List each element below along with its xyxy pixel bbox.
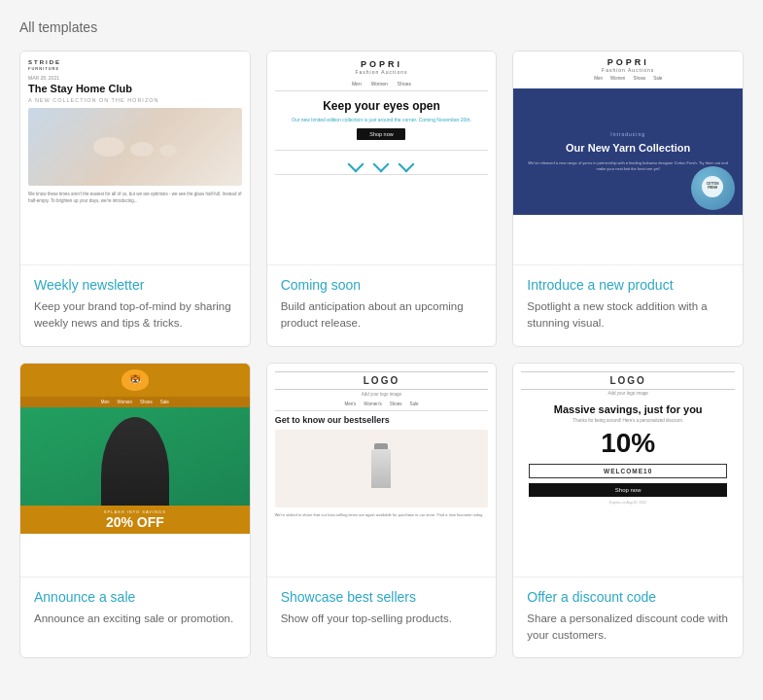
card-desc-coming-soon: Build anticipation about an upcoming pro…: [281, 298, 483, 332]
t1-body: We know these times aren't the easiest f…: [28, 191, 242, 204]
template-card-discount-code[interactable]: LOGO Add your logo image Massive savings…: [512, 363, 744, 659]
t2-logo-sub: Fashion Auctions: [275, 69, 489, 75]
template-card-coming-soon[interactable]: POPRI Fashion Auctions Men Women Shoes K…: [266, 51, 498, 347]
t6-logo: LOGO: [521, 371, 735, 390]
templates-grid: STRIDE FURNITURE MAR 28, 2021 The Stay H…: [19, 51, 744, 658]
template-content-weekly: STRIDE FURNITURE MAR 28, 2021 The Stay H…: [20, 52, 250, 212]
t1-heading: The Stay Home Club: [28, 83, 242, 94]
t5-header: LOGO Add your logo image: [275, 371, 489, 397]
card-desc-weekly: Keep your brand top-of-mind by sharing w…: [34, 298, 236, 332]
template-content-introduce-product: POPRI Fashion Auctions Men Women Shoes S…: [513, 52, 743, 215]
t6-footer: Expires on Aug 30, 2022: [521, 501, 735, 505]
template-content-discount: LOGO Add your logo image Massive savings…: [513, 364, 743, 512]
bowl-medium: [130, 142, 154, 157]
t1-image: [28, 108, 242, 186]
arrow-icon-1: [348, 157, 364, 173]
t1-date: MAR 28, 2021: [28, 75, 242, 81]
template-card-announce-sale[interactable]: 🐯 Men Women Shoes Sale SPLASH INTO SAVIN…: [19, 363, 251, 659]
t4-logo-icon: 🐯: [121, 369, 149, 391]
t5-nav: Men's Women's Shoes Sale: [275, 402, 489, 406]
t2-header: POPRI Fashion Auctions: [275, 59, 489, 75]
t3-hero: Introducing Our New Yarn Collection We'v…: [513, 88, 743, 215]
template-preview-coming-soon: POPRI Fashion Auctions Men Women Shoes K…: [267, 52, 497, 265]
t6-code-box: WELCOME10: [529, 464, 727, 478]
t2-arrows: [275, 155, 489, 170]
card-info-showcase: Showcase best sellers Show off your top-…: [267, 578, 497, 641]
t1-logo: STRIDE FURNITURE: [28, 59, 242, 71]
template-card-weekly-newsletter[interactable]: STRIDE FURNITURE MAR 28, 2021 The Stay H…: [19, 51, 251, 347]
card-title-announce-sale: Announce a sale: [34, 589, 236, 605]
cotton-fresh-badge: COTTONFRESH: [702, 176, 723, 197]
t1-subheading: A NEW COLLECTION ON THE HORIZON: [28, 97, 242, 103]
arrow-icon-3: [399, 157, 415, 173]
template-preview-weekly-newsletter: STRIDE FURNITURE MAR 28, 2021 The Stay H…: [20, 52, 250, 265]
t6-shop-btn: Shop now: [529, 483, 727, 497]
card-desc-showcase: Show off your top-selling products.: [281, 611, 483, 627]
t6-subtitle: Thanks for being around! Here's a person…: [521, 418, 735, 423]
card-info-announce-sale: Announce a sale Announce an exciting sal…: [20, 578, 250, 641]
card-title-coming-soon: Coming soon: [281, 277, 483, 293]
t5-divider: [275, 410, 489, 411]
template-preview-showcase: LOGO Add your logo image Men's Women's S…: [267, 364, 497, 578]
perfume-bottle: [371, 449, 391, 488]
perfume-container: [371, 449, 391, 488]
t2-main-title: Keep your eyes open: [275, 99, 489, 113]
t6-logo-sub: Add your logo image: [521, 391, 735, 396]
page-title: All templates: [19, 19, 744, 35]
bowls: [93, 137, 177, 157]
template-preview-announce-sale: 🐯 Men Women Shoes Sale SPLASH INTO SAVIN…: [20, 364, 250, 578]
t5-logo-sub: Add your logo image: [275, 392, 489, 397]
t3-logo: POPRI: [521, 57, 735, 67]
card-desc-discount: Share a personalized discount code with …: [527, 611, 729, 645]
card-desc-introduce-product: Spotlight a new stock addition with a st…: [527, 298, 729, 332]
card-info-discount: Offer a discount code Share a personaliz…: [513, 578, 743, 658]
template-preview-discount: LOGO Add your logo image Massive savings…: [513, 364, 743, 578]
card-title-showcase: Showcase best sellers: [281, 589, 483, 605]
t2-shop-btn: Shop now: [357, 128, 405, 140]
card-info-weekly: Weekly newsletter Keep your brand top-of…: [20, 265, 250, 346]
t3-introducing: Introducing: [610, 131, 645, 137]
t6-discount-value: 10%: [521, 428, 735, 459]
template-content-announce-sale: 🐯 Men Women Shoes Sale SPLASH INTO SAVIN…: [20, 364, 250, 534]
card-desc-announce-sale: Announce an exciting sale or promotion.: [34, 611, 236, 627]
arrow-icon-2: [373, 157, 390, 173]
t3-logo-sub: Fashion Auctions: [521, 67, 735, 73]
t4-sale-value: 20% OFF: [20, 514, 250, 530]
card-title-introduce-product: Introduce a new product: [527, 277, 729, 293]
t4-sale-banner: SPLASH INTO SAVINGS 20% OFF: [20, 506, 250, 534]
t5-section-title: Get to know our bestsellers: [275, 415, 489, 425]
t3-nav: Men Women Shoes Sale: [521, 76, 735, 81]
t5-product-image: [275, 430, 489, 508]
t5-body: We're stoked to share that our best-sell…: [275, 512, 489, 518]
template-content-coming-soon: POPRI Fashion Auctions Men Women Shoes K…: [267, 52, 497, 187]
t3-hero-title: Our New Yarn Collection: [556, 141, 700, 155]
card-title-weekly: Weekly newsletter: [34, 277, 236, 293]
t6-header: LOGO Add your logo image: [521, 371, 735, 396]
t5-logo: LOGO: [275, 371, 489, 390]
template-preview-introduce-product: POPRI Fashion Auctions Men Women Shoes S…: [513, 52, 743, 265]
t4-hero: SPLASH INTO SAVINGS 20% OFF: [20, 407, 250, 534]
t3-header: POPRI Fashion Auctions Men Women Shoes S…: [513, 52, 743, 88]
t2-divider2: [275, 150, 489, 151]
template-card-introduce-product[interactable]: POPRI Fashion Auctions Men Women Shoes S…: [512, 51, 744, 347]
bowl-large: [93, 137, 124, 157]
t4-nav: Men Women Shoes Sale: [20, 397, 250, 407]
t4-logo-area: 🐯: [20, 364, 250, 397]
t2-divider: [275, 90, 489, 91]
template-content-showcase: LOGO Add your logo image Men's Women's S…: [267, 364, 497, 526]
t2-logo: POPRI: [275, 59, 489, 69]
template-card-showcase-bestsellers[interactable]: LOGO Add your logo image Men's Women's S…: [266, 363, 498, 659]
bowl-small: [159, 145, 177, 157]
card-info-introduce-product: Introduce a new product Spotlight a new …: [513, 265, 743, 346]
perfume-cap: [374, 443, 388, 449]
card-title-discount: Offer a discount code: [527, 589, 729, 605]
t2-divider3: [275, 174, 489, 175]
t2-subtitle: Our new limited edition collection is ju…: [275, 117, 489, 122]
card-info-coming-soon: Coming soon Build anticipation about an …: [267, 265, 497, 346]
t2-nav: Men Women Shoes: [275, 81, 489, 87]
t6-main-title: Massive savings, just for you: [521, 403, 735, 415]
